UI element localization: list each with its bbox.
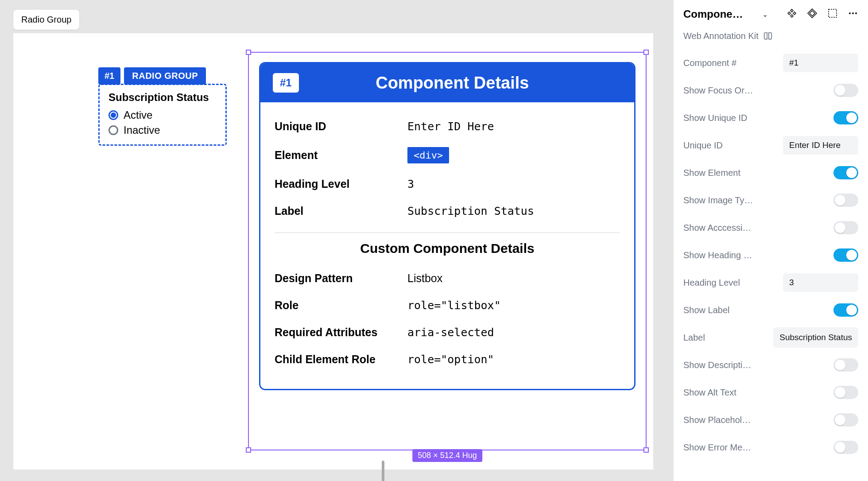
row-value: Listbox <box>407 272 442 285</box>
element-chip: <div> <box>407 147 449 163</box>
prop-show-placeholder: Show Placehol… <box>683 406 858 434</box>
prop-value[interactable]: 3 <box>783 273 858 292</box>
row-value: Subscription Status <box>407 205 534 217</box>
toggle-show-focus[interactable] <box>833 84 858 97</box>
properties-panel: Compone… ⌄ <box>673 0 868 481</box>
prop-label: Show Acccessi… <box>683 223 751 233</box>
row-label: Required Attributes <box>275 326 407 339</box>
book-icon <box>763 31 773 41</box>
scrollbar[interactable] <box>382 461 384 481</box>
prop-label: Label <box>683 333 705 343</box>
row-value: aria-selected <box>407 326 494 339</box>
panel-title[interactable]: Compone… <box>683 8 759 20</box>
row-value: role="option" <box>407 353 494 366</box>
chevron-down-icon[interactable]: ⌄ <box>762 10 768 19</box>
prop-label: Show Label <box>683 305 730 315</box>
svg-point-3 <box>855 12 857 14</box>
prop-show-label: Show Label <box>683 296 858 324</box>
prop-label: Show Descripti… <box>683 360 751 370</box>
toggle-show-description[interactable] <box>833 358 858 372</box>
prop-label: Show Element <box>683 168 740 178</box>
prop-label: Show Placehol… <box>683 415 751 425</box>
toggle-show-alt-text[interactable] <box>833 386 858 399</box>
prop-unique-id: Unique ID Enter ID Here <box>683 132 858 159</box>
component-details-card[interactable]: #1 Component Details Unique ID Enter ID … <box>259 62 636 390</box>
row-design-pattern: Design Pattern Listbox <box>275 265 620 292</box>
prop-show-element: Show Element <box>683 159 858 186</box>
radio-option-inactive[interactable]: Inactive <box>108 124 217 136</box>
more-icon[interactable] <box>848 8 858 20</box>
row-value: role="listbox" <box>407 299 501 312</box>
radio-group-annotation[interactable]: #1 RADIO GROUP Subscription Status Activ… <box>98 67 227 146</box>
row-heading-level: Heading Level 3 <box>275 171 620 198</box>
row-label: Element <box>275 149 407 162</box>
toggle-show-accessibility[interactable] <box>833 221 858 234</box>
row-label: Heading Level <box>275 178 407 190</box>
component-icon[interactable] <box>787 8 797 20</box>
toggle-show-heading[interactable] <box>833 248 858 262</box>
toggle-show-placeholder[interactable] <box>833 413 858 427</box>
prop-label: Heading Level <box>683 278 740 288</box>
prop-show-heading-level: Show Heading … <box>683 241 858 269</box>
svg-point-1 <box>849 12 851 14</box>
row-element: Element <div> <box>275 140 620 171</box>
toggle-show-unique-id[interactable] <box>833 111 858 124</box>
prop-label: Unique ID <box>683 140 723 151</box>
design-canvas[interactable]: #1 RADIO GROUP Subscription Status Activ… <box>13 33 653 469</box>
row-child-role: Child Element Role role="option" <box>275 346 620 373</box>
toggle-show-element[interactable] <box>833 166 858 179</box>
prop-show-description: Show Descripti… <box>683 351 858 379</box>
toggle-show-error-message[interactable] <box>833 441 858 454</box>
custom-details-title: Custom Component Details <box>275 241 620 256</box>
selection-size-badge: 508 × 512.4 Hug <box>412 449 482 462</box>
toolbar-selection-pill[interactable]: Radio Group <box>13 10 79 30</box>
row-label: Label Subscription Status <box>275 198 620 225</box>
toggle-show-image-type[interactable] <box>833 194 858 207</box>
details-header-badge: #1 <box>273 73 299 93</box>
radio-circle-selected-icon <box>108 110 118 120</box>
row-unique-id: Unique ID Enter ID Here <box>275 113 620 140</box>
prop-show-unique-id: Show Unique ID <box>683 104 858 132</box>
prop-label: Show Error Me… <box>683 442 751 453</box>
annotation-badge: #1 <box>98 67 120 85</box>
details-header: #1 Component Details <box>260 63 634 102</box>
toggle-show-label[interactable] <box>833 303 858 317</box>
radio-circle-icon <box>108 125 118 135</box>
prop-label: Show Unique ID <box>683 113 748 123</box>
row-label: Design Pattern <box>275 272 407 285</box>
radio-group-title: Subscription Status <box>108 91 217 104</box>
prop-label: Show Image Ty… <box>683 195 753 206</box>
radio-option-label: Inactive <box>124 124 160 136</box>
resize-handle-bl[interactable] <box>246 447 251 453</box>
row-value: 3 <box>407 178 414 190</box>
kit-label: Web Annotation Kit <box>683 31 759 41</box>
radio-option-label: Active <box>124 109 152 121</box>
annotation-name: RADIO GROUP <box>124 67 206 85</box>
panel-header: Compone… ⌄ <box>674 0 868 28</box>
prop-label-value: Label Subscription Status <box>683 324 858 351</box>
prop-label: Show Focus Or… <box>683 85 753 96</box>
panel-kit-link[interactable]: Web Annotation Kit <box>674 28 868 49</box>
row-role: Role role="listbox" <box>275 292 620 319</box>
divider <box>275 233 620 233</box>
instance-icon[interactable] <box>807 8 818 20</box>
frame-icon[interactable] <box>827 8 838 20</box>
resize-handle-tl[interactable] <box>246 50 251 55</box>
svg-point-2 <box>852 12 854 14</box>
prop-heading-level: Heading Level 3 <box>683 269 858 296</box>
resize-handle-br[interactable] <box>643 447 649 453</box>
radio-group-box: Subscription Status Active Inactive <box>98 84 227 146</box>
details-header-title: Component Details <box>310 74 595 93</box>
prop-value[interactable]: Enter ID Here <box>783 136 858 155</box>
row-label: Role <box>275 299 407 312</box>
row-label: Unique ID <box>275 120 407 133</box>
radio-option-active[interactable]: Active <box>108 109 217 121</box>
row-label: Label <box>275 205 407 217</box>
row-label: Child Element Role <box>275 353 407 366</box>
prop-show-alt-text: Show Alt Text <box>683 379 858 406</box>
prop-show-accessibility: Show Acccessi… <box>683 214 858 241</box>
prop-label: Component # <box>683 58 736 68</box>
prop-value[interactable]: Subscription Status <box>773 327 858 348</box>
resize-handle-tr[interactable] <box>643 50 649 55</box>
prop-value[interactable]: #1 <box>783 54 858 72</box>
